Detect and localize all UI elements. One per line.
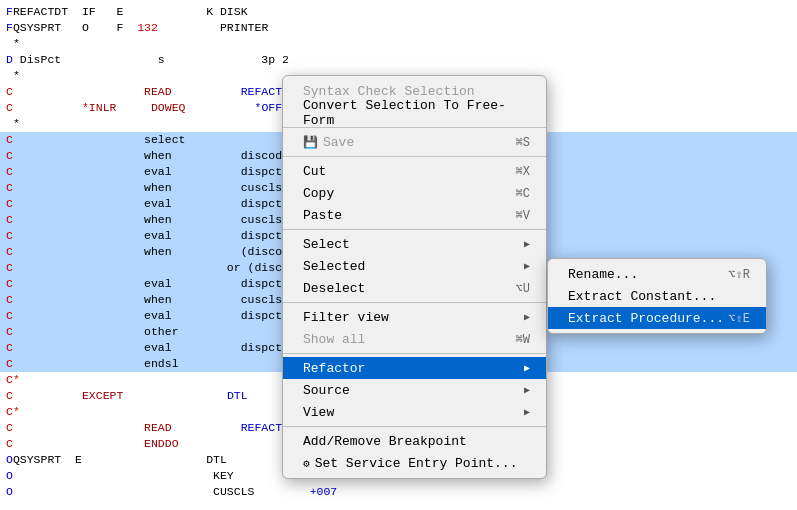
menu-item-label: Convert Selection To Free-Form [303, 98, 530, 128]
menu-item-shortcut: ⌘V [516, 208, 530, 223]
menu-item-label: View [303, 405, 334, 420]
menu-item-copy[interactable]: Copy ⌘C [283, 182, 546, 204]
submenu-item-label: Rename... [568, 267, 638, 282]
menu-item-filter-view[interactable]: Filter view ▶ [283, 306, 546, 328]
menu-item-label: Show all [303, 332, 365, 347]
submenu-item-label: Extract Procedure... [568, 311, 724, 326]
menu-item-label: Cut [303, 164, 326, 179]
submenu-item-label: Extract Constant... [568, 289, 716, 304]
menu-separator [283, 426, 546, 427]
menu-separator [283, 156, 546, 157]
menu-item-label: Paste [303, 208, 342, 223]
menu-item-save[interactable]: 💾 Save ⌘S [283, 131, 546, 153]
submenu-item-rename[interactable]: Rename... ⌥⇧R [548, 263, 766, 285]
menu-item-convert-free-form[interactable]: Convert Selection To Free-Form [283, 102, 546, 124]
submenu-item-shortcut: ⌥⇧R [728, 267, 750, 282]
submenu-item-extract-constant[interactable]: Extract Constant... [548, 285, 766, 307]
menu-item-refactor[interactable]: Refactor ▶ [283, 357, 546, 379]
menu-item-shortcut: ⌘C [516, 186, 530, 201]
submenu-arrow-icon: ▶ [524, 238, 530, 250]
submenu-item-shortcut: ⌥⇧E [728, 311, 750, 326]
submenu-arrow-icon: ▶ [524, 406, 530, 418]
submenu-arrow-icon: ▶ [524, 311, 530, 323]
submenu-arrow-icon: ▶ [524, 362, 530, 374]
gear-icon: ⚙ [303, 457, 310, 470]
menu-item-paste[interactable]: Paste ⌘V [283, 204, 546, 226]
menu-item-cut[interactable]: Cut ⌘X [283, 160, 546, 182]
code-line: F QSYSPRT O F 132 PRINTER [0, 20, 797, 36]
refactor-submenu: Rename... ⌥⇧R Extract Constant... Extrac… [547, 258, 767, 334]
menu-item-set-service-ep[interactable]: ⚙ Set Service Entry Point... [283, 452, 546, 474]
menu-item-label: Add/Remove Breakpoint [303, 434, 467, 449]
code-line: O CUSCLS +007 [0, 484, 797, 500]
code-line: D DisPct s 3p 2 [0, 52, 797, 68]
context-menu: Syntax Check Selection Convert Selection… [282, 75, 547, 479]
menu-item-source[interactable]: Source ▶ [283, 379, 546, 401]
code-line: F REFACTDT IF E K DISK [0, 4, 797, 20]
menu-item-label: Deselect [303, 281, 365, 296]
menu-item-select[interactable]: Select ▶ [283, 233, 546, 255]
menu-item-show-all[interactable]: Show all ⌘W [283, 328, 546, 350]
code-line: * [0, 36, 797, 52]
menu-item-label: Copy [303, 186, 334, 201]
menu-item-deselect[interactable]: Deselect ⌥U [283, 277, 546, 299]
menu-item-label: Save [323, 135, 354, 150]
menu-item-label: Syntax Check Selection [303, 84, 475, 99]
menu-separator [283, 302, 546, 303]
menu-item-label: Select [303, 237, 350, 252]
menu-item-shortcut: ⌥U [516, 281, 530, 296]
menu-item-shortcut: ⌘W [516, 332, 530, 347]
menu-item-label: Source [303, 383, 350, 398]
menu-item-label: Refactor [303, 361, 365, 376]
save-icon: 💾 [303, 135, 318, 150]
menu-item-selected[interactable]: Selected ▶ [283, 255, 546, 277]
menu-item-label: Filter view [303, 310, 389, 325]
menu-item-label: Selected [303, 259, 365, 274]
menu-separator [283, 353, 546, 354]
submenu-arrow-icon: ▶ [524, 384, 530, 396]
submenu-item-extract-procedure[interactable]: Extract Procedure... ⌥⇧E [548, 307, 766, 329]
menu-item-shortcut: ⌘X [516, 164, 530, 179]
menu-item-add-remove-bp[interactable]: Add/Remove Breakpoint [283, 430, 546, 452]
menu-item-label: Set Service Entry Point... [315, 456, 518, 471]
menu-separator [283, 229, 546, 230]
menu-item-shortcut: ⌘S [516, 135, 530, 150]
menu-item-view[interactable]: View ▶ [283, 401, 546, 423]
submenu-arrow-icon: ▶ [524, 260, 530, 272]
